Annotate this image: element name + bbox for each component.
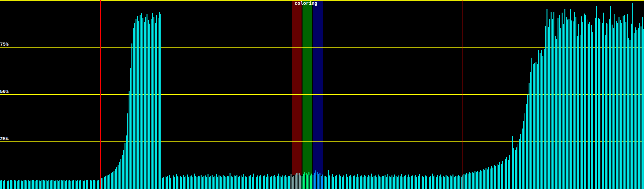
histogram-bar bbox=[208, 174, 208, 189]
histogram-bar bbox=[249, 176, 250, 189]
histogram-bar bbox=[430, 176, 431, 189]
histogram-bar bbox=[621, 23, 622, 189]
histogram-bar bbox=[502, 161, 503, 189]
histogram-bar bbox=[642, 17, 643, 189]
histogram-bar bbox=[605, 35, 606, 189]
histogram-bar bbox=[219, 175, 219, 189]
histogram-bar bbox=[169, 175, 170, 189]
histogram-bar bbox=[26, 180, 27, 189]
histogram-bar bbox=[96, 181, 97, 189]
histogram-bar bbox=[170, 178, 171, 189]
histogram-bar bbox=[166, 177, 167, 189]
histogram-bar bbox=[144, 22, 145, 189]
histogram-bar bbox=[547, 9, 547, 189]
histogram-bar bbox=[97, 180, 98, 189]
histogram-bar bbox=[393, 177, 394, 189]
histogram-bar bbox=[197, 177, 197, 189]
histogram-bar bbox=[137, 16, 138, 189]
histogram-bar bbox=[220, 176, 221, 189]
histogram-bar bbox=[194, 174, 195, 189]
histogram-bar bbox=[379, 176, 380, 189]
y-axis-label-50: 50% bbox=[0, 89, 8, 94]
histogram-bar bbox=[560, 28, 561, 189]
histogram-bar bbox=[578, 24, 579, 189]
histogram-bar bbox=[94, 180, 95, 189]
histogram-bar bbox=[559, 15, 560, 189]
histogram-bar bbox=[585, 15, 586, 189]
histogram-bar bbox=[275, 177, 276, 189]
histogram-bar bbox=[331, 176, 332, 189]
histogram-bar bbox=[15, 180, 16, 189]
histogram-chart: 75% 50% 25% coloring bbox=[0, 0, 644, 189]
histogram-bar bbox=[107, 175, 108, 189]
histogram-bar bbox=[286, 177, 287, 189]
histogram-bar bbox=[198, 176, 199, 189]
histogram-bar bbox=[28, 180, 29, 189]
histogram-bar bbox=[19, 180, 20, 189]
histogram-bar bbox=[470, 173, 471, 189]
histogram-bar bbox=[400, 176, 401, 189]
histogram-bar bbox=[497, 164, 498, 189]
histogram-bar bbox=[544, 49, 545, 189]
histogram-bar bbox=[491, 166, 492, 189]
histogram-bar bbox=[322, 175, 323, 189]
histogram-bar bbox=[61, 180, 62, 189]
histogram-bar bbox=[77, 180, 78, 189]
histogram-bar bbox=[296, 173, 297, 189]
histogram-bar bbox=[267, 174, 268, 189]
histogram-bar bbox=[416, 177, 417, 189]
histogram-bar bbox=[155, 23, 156, 189]
histogram-bar bbox=[624, 15, 625, 189]
histogram-bar bbox=[118, 165, 119, 189]
histogram-bar bbox=[103, 178, 103, 189]
histogram-bar bbox=[429, 177, 430, 189]
histogram-bar bbox=[13, 181, 14, 189]
histogram-bar bbox=[131, 43, 132, 189]
histogram-bar bbox=[108, 175, 109, 189]
histogram-bar bbox=[214, 176, 215, 189]
histogram-bar bbox=[116, 167, 117, 189]
histogram-bar bbox=[357, 174, 358, 189]
histogram-bar bbox=[205, 175, 206, 189]
histogram-bar bbox=[1, 180, 2, 189]
histogram-bar bbox=[508, 160, 509, 189]
histogram-bar bbox=[83, 181, 84, 189]
histogram-bar bbox=[353, 176, 354, 189]
histogram-bar bbox=[180, 176, 181, 189]
histogram-bar bbox=[374, 176, 375, 189]
histogram-bar bbox=[437, 175, 438, 189]
histogram-bar bbox=[297, 173, 298, 189]
histogram-bar bbox=[575, 17, 576, 189]
histogram-bar bbox=[235, 176, 236, 189]
histogram-bar bbox=[592, 32, 593, 189]
histogram-bar bbox=[90, 180, 91, 189]
histogram-bar bbox=[345, 176, 346, 189]
histogram-bar bbox=[42, 180, 42, 189]
histogram-bar bbox=[566, 17, 567, 189]
histogram-bar bbox=[310, 175, 311, 189]
histogram-bar bbox=[634, 33, 635, 189]
histogram-bar bbox=[340, 176, 341, 189]
histogram-bar bbox=[82, 180, 83, 189]
histogram-bar bbox=[421, 177, 422, 189]
histogram-bar bbox=[35, 181, 36, 189]
histogram-bar bbox=[519, 139, 520, 189]
histogram-bar bbox=[195, 176, 196, 189]
histogram-bar bbox=[376, 177, 377, 189]
histogram-bar bbox=[617, 23, 618, 189]
histogram-bar bbox=[14, 180, 15, 189]
histogram-bar bbox=[591, 25, 592, 189]
histogram-bar bbox=[184, 177, 185, 189]
histogram-bar bbox=[73, 180, 74, 189]
histogram-bar bbox=[303, 174, 304, 189]
histogram-bar bbox=[120, 159, 121, 189]
histogram-bar bbox=[518, 144, 519, 189]
histogram-bar bbox=[526, 104, 527, 189]
histogram-bar bbox=[620, 20, 621, 189]
histogram-bar bbox=[332, 174, 333, 189]
histogram-bar bbox=[50, 180, 51, 189]
histogram-bar bbox=[6, 180, 7, 189]
histogram-bar bbox=[387, 174, 388, 189]
histogram-bar bbox=[264, 175, 265, 189]
histogram-bar bbox=[390, 177, 391, 189]
